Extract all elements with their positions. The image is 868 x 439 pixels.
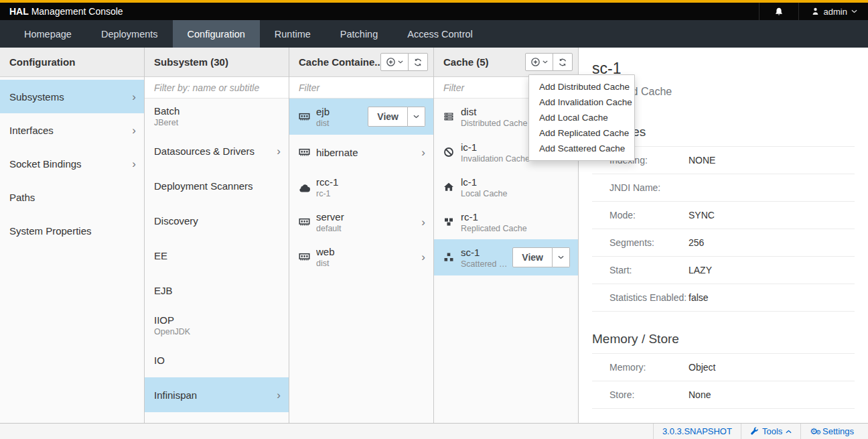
cubes-icon [443,216,461,227]
tab-deployments[interactable]: Deployments [86,20,173,48]
list-item-lc-1[interactable]: lc-1 Local Cache [434,170,578,204]
refresh-button[interactable] [553,53,573,71]
list-item-paths[interactable]: Paths [0,180,144,214]
item-subtitle: dist [316,259,417,268]
footer: 3.0.3.SNAPSHOT Tools ⚙⚙ Settings [0,423,868,439]
plus-circle-icon [386,57,396,67]
view-button[interactable]: View [368,107,408,127]
list-item-ee[interactable]: EE [145,238,289,273]
item-title: Subsystems [9,91,128,103]
item-title: sc-1 [461,247,510,258]
brand-rest: Management Console [31,6,123,17]
memory-icon [299,111,316,123]
filter-row [145,77,289,99]
wrench-icon [750,427,759,436]
item-subtitle: JBeret [154,118,281,127]
tools-menu[interactable]: Tools [741,424,800,439]
item-title: System Properties [9,225,136,237]
add-cache-button[interactable] [525,53,553,71]
home-icon [443,182,461,192]
scattered-cubes-icon [443,252,461,263]
masthead: HAL Management Console admin [0,3,868,20]
section-heading-memory-store: Memory / Store [592,332,855,354]
filter-input[interactable] [145,77,289,98]
attribute-value: Object [689,362,715,373]
list-item-deployment-scanners[interactable]: Deployment Scanners [145,168,289,203]
caret-down-icon [558,255,564,259]
list-item-ejb[interactable]: EJB [145,273,289,308]
gears-icon: ⚙⚙ [810,427,819,436]
list-item-batch[interactable]: Batch JBeret [145,99,289,133]
view-dropdown-toggle[interactable] [408,107,425,127]
menu-item-add-local-cache[interactable]: Add Local Cache [529,110,634,125]
filter-input[interactable] [289,77,433,98]
column-title: Cache (5) [443,56,525,68]
list-item-subsystems[interactable]: Subsystems › [0,80,144,113]
menu-item-add-replicated-cache[interactable]: Add Replicated Cache [529,125,634,141]
caret-down-icon [413,115,419,119]
settings-button[interactable]: ⚙⚙ Settings [800,424,863,439]
list-item-ejb-container[interactable]: ejb dist View [289,99,433,135]
item-title: ejb [316,106,365,117]
item-title: Socket Bindings [9,158,128,170]
chevron-right-icon: › [417,147,425,158]
menu-item-add-distributed-cache[interactable]: Add Distributed Cache [529,79,634,95]
list-item-web[interactable]: web dist › [289,239,433,274]
list-item-socket-bindings[interactable]: Socket Bindings › [0,147,144,180]
column-title: Cache Containe... [299,56,380,68]
list-item-io[interactable]: IO [145,342,289,377]
item-title: Paths [9,192,136,203]
plus-circle-icon [530,57,540,67]
add-cache-dropdown-menu: Add Distributed Cache Add Invalidation C… [528,74,635,161]
attribute-value: SYNC [689,210,715,221]
view-button[interactable]: View [512,247,553,267]
list-item-server[interactable]: server default › [289,204,433,239]
memory-store-rows: Memory: Object Store: None [592,354,855,409]
item-title: rcc-1 [316,176,425,188]
column-configuration: Configuration Subsystems › Interfaces › … [0,48,145,423]
menu-item-add-invalidation-cache[interactable]: Add Invalidation Cache [529,95,634,110]
list-item-rcc-1[interactable]: rcc-1 rc-1 [289,170,433,204]
caret-down-icon [542,60,548,64]
chevron-right-icon: › [273,145,281,157]
tab-runtime[interactable]: Runtime [260,20,326,48]
notifications-button[interactable] [759,3,799,20]
view-dropdown-toggle[interactable] [553,247,570,267]
list-item-system-properties[interactable]: System Properties [0,214,144,247]
attribute-label: Mode: [609,210,689,221]
attribute-label: Store: [609,389,689,400]
user-menu[interactable]: admin [799,3,868,20]
chevron-right-icon: › [417,251,425,263]
menu-item-add-scattered-cache[interactable]: Add Scattered Cache [529,141,634,156]
attribute-label: Statistics Enabled: [609,292,689,303]
add-cache-container-button[interactable] [380,53,409,71]
attribute-value: false [689,292,709,303]
attributes-rows: Indexing: NONE JNDI Name: Mode: SYNC Seg… [592,147,855,312]
list-item-infinispan[interactable]: Infinispan › [145,377,289,412]
list-item-rc-1[interactable]: rc-1 Replicated Cache [434,204,578,239]
version-link[interactable]: 3.0.3.SNAPSHOT [653,424,741,439]
caret-down-icon [398,60,403,64]
tab-configuration[interactable]: Configuration [173,20,260,48]
item-title: Interfaces [9,125,128,136]
refresh-button[interactable] [408,53,428,71]
attribute-row: JNDI Name: [592,174,855,202]
item-title: rc-1 [461,211,570,223]
refresh-icon [558,58,567,67]
tab-patching[interactable]: Patching [326,20,392,48]
column-title: Configuration [9,56,139,68]
view-button-group: View [368,107,425,127]
tab-homepage[interactable]: Homepage [9,20,86,48]
tab-access-control[interactable]: Access Control [392,20,488,48]
attribute-label: JNDI Name: [609,182,689,193]
chevron-right-icon: › [128,125,136,136]
list-item-interfaces[interactable]: Interfaces › [0,113,144,147]
memory-icon [299,147,316,158]
list-item-sc-1[interactable]: sc-1 Scattered Ca... View [434,239,578,275]
list-item-discovery[interactable]: Discovery [145,203,289,238]
item-subtitle: default [316,224,417,233]
hal-management-console: HAL Management Console admin Homepage De… [0,0,868,439]
list-item-datasources[interactable]: Datasources & Drivers › [145,133,289,168]
list-item-iiop[interactable]: IIOP OpenJDK [145,308,289,342]
list-item-hibernate[interactable]: hibernate › [289,135,433,170]
